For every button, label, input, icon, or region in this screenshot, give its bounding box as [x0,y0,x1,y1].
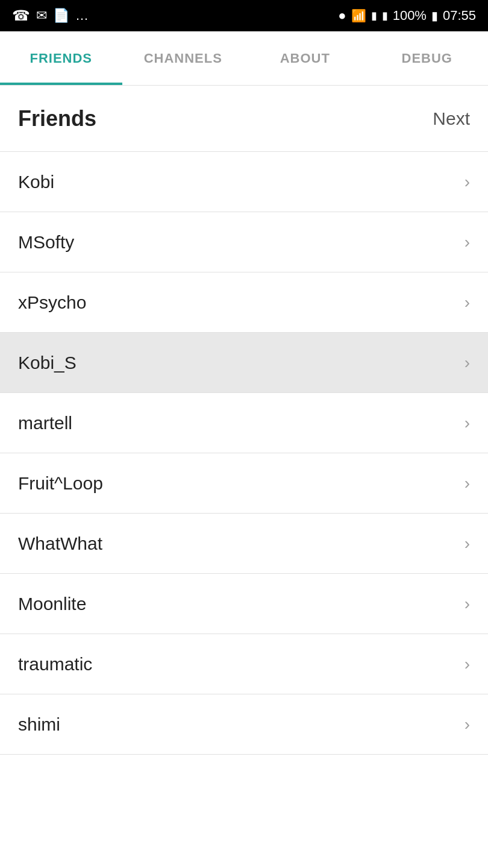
chevron-right-icon: › [465,474,470,493]
friend-name: shimi [18,714,60,735]
tab-channels-label: CHANNELS [144,51,222,66]
friend-name: Moonlite [18,594,86,614]
tab-friends[interactable]: FRIENDS [0,31,122,85]
chevron-right-icon: › [465,715,470,734]
tab-about-label: ABOUT [280,51,330,66]
wifi-icon: 📶 [351,8,366,23]
friend-name: WhatWhat [18,533,102,554]
chevron-right-icon: › [465,655,470,674]
status-bar: ☎ ✉ 📄 … ● 📶 ▮ ▮ 100% ▮ 07:55 [0,0,488,31]
document-icon: 📄 [53,8,69,24]
battery-icon: ▮ [431,8,438,23]
tab-about[interactable]: ABOUT [244,31,366,85]
location-icon: ● [338,8,346,24]
chevron-right-icon: › [465,414,470,433]
friend-name: martell [18,413,72,433]
signal-icon: ▮ [382,9,388,22]
friend-name: MSofty [18,232,74,253]
list-item[interactable]: Moonlite› [0,574,488,634]
list-item[interactable]: shimi› [0,694,488,755]
list-item[interactable]: Kobi_S› [0,333,488,393]
tab-friends-label: FRIENDS [30,51,92,66]
status-icons-left: ☎ ✉ 📄 … [12,7,89,24]
list-item[interactable]: MSofty› [0,212,488,272]
sim-icon: ▮ [371,9,377,22]
battery-percent: 100% [393,8,427,24]
friends-list: Kobi›MSofty›xPsycho›Kobi_S›martell›Fruit… [0,152,488,755]
chevron-right-icon: › [465,233,470,252]
friend-name: Kobi_S [18,353,77,373]
tab-debug[interactable]: DEBUG [366,31,489,85]
list-item[interactable]: traumatic› [0,634,488,694]
list-item[interactable]: Kobi› [0,152,488,212]
list-item[interactable]: WhatWhat› [0,514,488,574]
tab-channels[interactable]: CHANNELS [122,31,245,85]
list-item[interactable]: martell› [0,393,488,453]
next-button[interactable]: Next [433,108,470,129]
friend-name: Kobi [18,172,54,192]
time-display: 07:55 [443,8,476,24]
friend-name: traumatic [18,654,92,675]
chevron-right-icon: › [465,293,470,312]
chevron-right-icon: › [465,534,470,553]
gmail-icon: ✉ [36,8,47,24]
more-icon: … [75,8,89,24]
friend-name: xPsycho [18,292,86,313]
list-item[interactable]: xPsycho› [0,272,488,333]
list-item[interactable]: Fruit^Loop› [0,453,488,514]
page-header: Friends Next [0,86,488,152]
status-icons-right: ● 📶 ▮ ▮ 100% ▮ 07:55 [338,8,476,24]
tab-bar: FRIENDS CHANNELS ABOUT DEBUG [0,31,488,86]
friend-name: Fruit^Loop [18,473,103,494]
chevron-right-icon: › [465,353,470,373]
tab-debug-label: DEBUG [402,51,452,66]
chevron-right-icon: › [465,172,470,192]
chevron-right-icon: › [465,594,470,614]
page-title: Friends [18,106,96,131]
whatsapp-icon: ☎ [12,7,30,24]
